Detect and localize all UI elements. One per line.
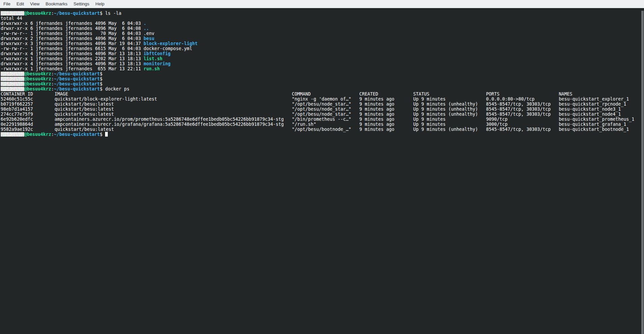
menu-item-help[interactable]: Help (92, 0, 107, 8)
terminal-line: 0e229198864d ampcontainers.azurecr.io/gr… (1, 122, 639, 127)
redacted-username-noise (1, 82, 24, 86)
terminal-line: 274cc77e75f9 quickstart/besu:latest "/op… (1, 112, 639, 117)
terminal-line: 52460c51c55c quickstart/block-explorer-l… (1, 97, 639, 102)
menu-bar: File Edit View Bookmarks Settings Help (0, 0, 644, 8)
terminal-cursor (105, 132, 108, 137)
terminal-line: drwxr-xr-x 6 jfernandes jfernandes 4096 … (1, 26, 639, 31)
menu-item-file[interactable]: File (0, 0, 13, 8)
terminal-line: 98eb7d1a4157 quickstart/besu:latest "/op… (1, 107, 639, 112)
terminal-line: drwxrwxr-x 6 jfernandes jfernandes 4096 … (1, 21, 639, 26)
terminal-line: drwxrwxr-x 4 jfernandes jfernandes 4096 … (1, 61, 639, 66)
redacted-username-noise (1, 72, 24, 76)
terminal-line: 9582a9ae192c quickstart/besu:latest "/op… (1, 127, 639, 132)
redacted-username-noise (1, 87, 24, 91)
terminal-line: @besuu4krz:~/besu-quickstart$ (1, 81, 639, 86)
scrollbar[interactable] (641, 8, 644, 334)
menu-item-view[interactable]: View (27, 0, 42, 8)
redacted-username-noise (1, 11, 24, 15)
terminal-line: -rw-rw-r-- 1 jfernandes jfernandes 70 Ma… (1, 31, 639, 36)
terminal-line: drwxrwxr-x 3 jfernandes jfernandes 4096 … (1, 41, 639, 46)
terminal-screen[interactable]: @besuu4krz:~/besu-quickstart$ ls -latota… (0, 8, 644, 334)
menu-item-settings[interactable]: Settings (70, 0, 92, 8)
terminal-line: b0719f662257 quickstart/besu:latest "/op… (1, 102, 639, 107)
terminal-line: -rwxrwxr-x 1 jfernandes jfernandes 2202 … (1, 56, 639, 61)
terminal-line: @besuu4krz:~/besu-quickstart$ (1, 71, 639, 76)
terminal-line: 6e92b620edfc ampcontainers.azurecr.io/pr… (1, 117, 639, 122)
terminal-line: -rwxrwxr-x 1 jfernandes jfernandes 655 M… (1, 66, 639, 71)
terminal-line: drwxrwxr-x 2 jfernandes jfernandes 4096 … (1, 36, 639, 41)
menu-item-bookmarks[interactable]: Bookmarks (42, 0, 70, 8)
terminal-line: total 44 (1, 16, 639, 21)
terminal-line: @besuu4krz:~/besu-quickstart$ (1, 132, 639, 137)
terminal-line: -rw-rw-r-- 1 jfernandes jfernandes 6615 … (1, 46, 639, 51)
terminal-line: @besuu4krz:~/besu-quickstart$ ls -la (1, 11, 639, 16)
terminal-line: @besuu4krz:~/besu-quickstart$ (1, 76, 639, 81)
menu-item-edit[interactable]: Edit (13, 0, 27, 8)
redacted-username-noise (1, 77, 24, 81)
redacted-username-noise (1, 132, 24, 137)
terminal-line: @besuu4krz:~/besu-quickstart$ docker ps (1, 86, 639, 91)
scrollbar-handle[interactable] (641, 11, 644, 334)
terminal-line: CONTAINER ID IMAGE COMMAND CREATED STATU… (1, 91, 639, 97)
terminal-line: drwxrwxr-x 4 jfernandes jfernandes 4096 … (1, 51, 639, 56)
